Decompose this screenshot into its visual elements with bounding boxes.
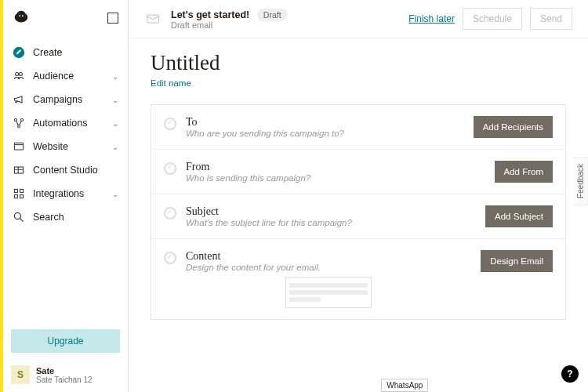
upgrade-button[interactable]: Upgrade [11,329,120,353]
user-account-row[interactable]: S Sate Sate Taichan 12 [3,359,128,392]
check-icon [164,118,176,130]
svg-point-5 [17,125,20,127]
section-desc: Who are you sending this campaign to? [186,129,464,138]
check-icon [164,207,176,220]
user-avatar: S [11,365,30,384]
svg-rect-6 [14,143,23,150]
svg-rect-10 [14,195,17,198]
user-info: Sate Sate Taichan 12 [36,366,93,384]
sidebar-item-campaigns[interactable]: Campaigns ⌄ [3,88,128,111]
search-icon [13,211,25,223]
svg-rect-7 [14,167,23,173]
audience-icon [13,70,25,82]
campaign-sections-card: To Who are you sending this campaign to?… [151,104,566,320]
svg-point-3 [14,118,16,121]
section-content: Content Design the content for your emai… [151,239,565,319]
svg-point-4 [20,118,23,121]
topbar-title: Let's get started! [171,9,249,20]
svg-point-12 [14,212,20,219]
add-recipients-button[interactable]: Add Recipients [474,116,553,138]
chevron-down-icon: ⌄ [112,96,118,104]
automations-icon [13,117,25,129]
chevron-down-icon: ⌄ [112,190,118,198]
add-from-button[interactable]: Add From [495,161,554,183]
draft-badge: Draft [257,9,288,21]
chevron-down-icon: ⌄ [112,143,118,151]
section-to: To Who are you sending this campaign to?… [151,105,565,150]
user-sub: Sate Taichan 12 [36,376,93,384]
sidebar-item-label: Campaigns [33,94,112,105]
sidebar-item-label: Content Studio [33,165,118,176]
sidebar-item-website[interactable]: Website ⌄ [3,135,128,158]
sidebar-item-search[interactable]: Search [3,205,128,229]
section-title: To [186,116,464,129]
sidebar-item-label: Create [33,47,118,58]
page-title: Untitled [151,51,566,75]
topbar-subtitle: Draft email [171,20,288,30]
sidebar-toggle-icon[interactable] [107,13,118,24]
sidebar-nav: Create Audience ⌄ Campaigns ⌄ Automation… [3,41,128,323]
edit-name-link[interactable]: Edit name [151,78,191,88]
chevron-down-icon: ⌄ [112,72,118,81]
check-icon [164,252,176,264]
megaphone-icon [13,93,25,106]
schedule-button[interactable]: Schedule [463,8,522,30]
section-desc: Design the content for your email. [186,263,471,272]
sidebar-item-label: Search [33,212,118,223]
sidebar-item-create[interactable]: Create [3,41,128,64]
svg-point-1 [16,73,19,76]
mailchimp-logo-icon[interactable] [13,9,30,27]
website-icon [13,140,25,153]
sidebar-item-label: Automations [33,118,112,129]
sidebar-item-label: Audience [33,71,112,82]
user-name: Sate [36,366,93,376]
section-subject: Subject What's the subject line for this… [151,194,565,239]
chevron-down-icon: ⌄ [112,119,118,128]
svg-rect-13 [147,15,159,23]
email-wireframe-preview [285,277,372,308]
svg-rect-9 [20,189,24,192]
content-studio-icon [13,164,25,176]
add-subject-button[interactable]: Add Subject [485,205,553,227]
topbar: Let's get started! Draft Draft email Fin… [129,0,588,38]
integrations-icon [13,187,25,200]
design-email-button[interactable]: Design Email [481,250,553,272]
sidebar-item-audience[interactable]: Audience ⌄ [3,64,128,88]
sidebar-item-automations[interactable]: Automations ⌄ [3,111,128,135]
sidebar-item-content-studio[interactable]: Content Studio [3,158,128,182]
section-title: From [186,161,485,173]
svg-rect-8 [14,189,17,192]
mail-icon [144,10,162,27]
help-button[interactable]: ? [561,365,579,383]
send-button[interactable]: Send [530,8,572,30]
section-title: Content [186,250,471,263]
pencil-icon [13,46,25,59]
svg-point-2 [19,73,22,76]
svg-rect-11 [20,195,24,198]
sidebar-item-label: Website [33,141,112,152]
finish-later-link[interactable]: Finish later [408,13,455,24]
sidebar-item-label: Integrations [33,188,112,199]
check-icon [164,162,176,175]
whatsapp-tooltip: WhatsApp [381,379,428,392]
section-desc: What's the subject line for this campaig… [186,218,476,227]
feedback-tab[interactable]: Feedback [574,157,588,205]
section-title: Subject [186,205,476,218]
main-content: Let's get started! Draft Draft email Fin… [129,0,588,392]
sidebar: Create Audience ⌄ Campaigns ⌄ Automation… [3,0,129,392]
sidebar-item-integrations[interactable]: Integrations ⌄ [3,182,128,205]
section-from: From Who is sending this campaign? Add F… [151,150,565,194]
section-desc: Who is sending this campaign? [186,173,485,183]
